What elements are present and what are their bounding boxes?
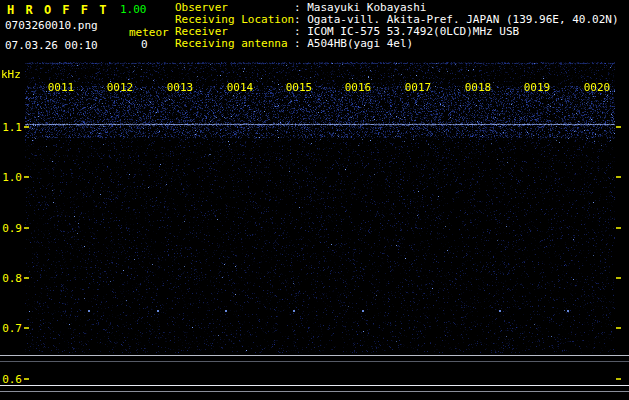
freq-tick-right — [616, 277, 621, 279]
time-tick-label: 0012 — [100, 81, 140, 94]
freq-tick-right — [616, 126, 621, 128]
time-tick-label: 0016 — [338, 81, 378, 94]
signal-strip-top-line — [0, 355, 629, 356]
freq-tick-left — [24, 277, 29, 279]
freq-tick-label: 0.7 — [0, 322, 22, 335]
signal-strip-trace-line — [0, 385, 629, 386]
freq-tick-left — [24, 126, 29, 128]
meteor-count: 0 — [141, 38, 148, 51]
time-tick-label: 0014 — [220, 81, 260, 94]
signal-strip-grid-line — [0, 361, 629, 362]
time-tick-label: 0018 — [458, 81, 498, 94]
freq-tick-label: 0.8 — [0, 272, 22, 285]
app-title: H R O F F T — [7, 3, 108, 17]
time-tick-label: 0019 — [517, 81, 557, 94]
station-info-block: Observer : Masayuki Kobayashi Receiving … — [175, 2, 619, 50]
freq-tick-right — [616, 176, 621, 178]
freq-tick-right — [616, 227, 621, 229]
time-tick-label: 0015 — [279, 81, 319, 94]
signal-strip-bottom-line — [0, 391, 629, 392]
datetime-label: 07.03.26 00:10 — [5, 39, 98, 52]
time-tick-label: 0020 — [577, 81, 617, 94]
freq-tick-left — [24, 327, 29, 329]
hrofft-screen: H R O F F T 1.00 0703260010.png meteor 0… — [0, 0, 629, 400]
info-row-antenna: Receiving antenna : A504HB(yagi 4el) — [175, 38, 619, 50]
freq-tick-right — [616, 378, 621, 380]
freq-tick-label: 1.0 — [0, 171, 22, 184]
info-value: : A504HB(yagi 4el) — [294, 38, 413, 50]
mode-label: meteor — [129, 26, 169, 39]
time-tick-label: 0013 — [160, 81, 200, 94]
spectrogram-canvas — [25, 62, 615, 353]
freq-tick-left — [24, 227, 29, 229]
filename: 0703260010.png — [5, 19, 98, 32]
freq-tick-label: 0.9 — [0, 222, 22, 235]
app-version: 1.00 — [120, 3, 147, 16]
freq-tick-label: 1.1 — [0, 121, 22, 134]
freq-tick-left — [24, 176, 29, 178]
info-label: Receiving antenna — [175, 38, 294, 50]
time-tick-label: 0017 — [398, 81, 438, 94]
freq-tick-left — [24, 378, 29, 380]
freq-tick-right — [616, 327, 621, 329]
khz-axis-label: kHz — [1, 68, 21, 81]
time-tick-label: 0011 — [41, 81, 81, 94]
